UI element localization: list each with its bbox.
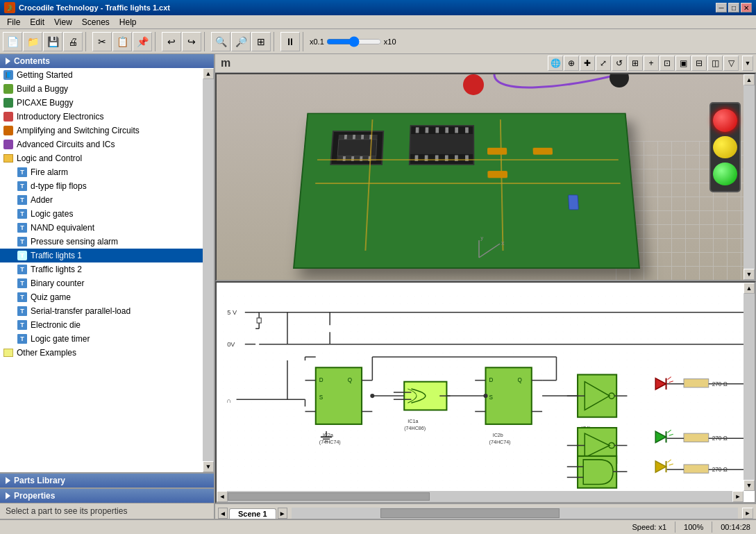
schematic-hscrollbar: ◄ ► bbox=[217, 491, 744, 502]
tree-item-nand[interactable]: T NAND equivalent bbox=[0, 221, 214, 235]
tree-item-traffic-1[interactable]: T Traffic lights 1 bbox=[0, 249, 214, 262]
redo-button[interactable]: ↪ bbox=[182, 32, 201, 51]
svg-text:Q: Q bbox=[348, 377, 352, 383]
new-button[interactable]: 📄 bbox=[3, 32, 22, 51]
right-panel: m 🌐 ⊕ ✚ ⤢ ↺ ⊞ + ⊡ ▣ ⊟ ◫ ▽ ▼ bbox=[215, 54, 756, 519]
zoom-out-button[interactable]: 🔎 bbox=[231, 32, 251, 51]
tree-item-electronic-die[interactable]: T Electronic die bbox=[0, 318, 214, 332]
menu-view[interactable]: View bbox=[50, 17, 76, 28]
tree-item-getting-started[interactable]: 📘 Getting Started bbox=[0, 68, 214, 82]
tree-item-amplifying[interactable]: Amplifying and Switching Circuits bbox=[0, 124, 214, 137]
tree-item-d-type[interactable]: T d-type flip flops bbox=[0, 179, 214, 193]
cut-button[interactable]: ✂ bbox=[92, 32, 112, 51]
fire-alarm-label: Fire alarm bbox=[31, 167, 68, 177]
tree-item-pressure[interactable]: T Pressure sensing alarm bbox=[0, 235, 214, 249]
tree-item-picaxe[interactable]: PICAXE Buggy bbox=[0, 96, 214, 110]
adder-icon: T bbox=[17, 194, 28, 206]
view-btn-4[interactable]: ⤢ bbox=[596, 56, 611, 71]
tree-item-advanced[interactable]: Advanced Circuits and ICs bbox=[0, 137, 214, 151]
traffic-2-label: Traffic lights 2 bbox=[31, 265, 82, 274]
tree-item-adder[interactable]: T Adder bbox=[0, 193, 214, 207]
undo-tools: ↩ ↪ bbox=[162, 32, 201, 51]
schematic-hthumb[interactable] bbox=[228, 492, 430, 501]
tree-area[interactable]: 📘 Getting Started Build a Buggy PICAXE B… bbox=[0, 68, 214, 472]
parts-library-header[interactable]: Parts Library bbox=[0, 474, 214, 487]
svg-rect-84 bbox=[684, 433, 709, 442]
copy-button[interactable]: 📋 bbox=[112, 32, 132, 51]
menu-file[interactable]: File bbox=[3, 17, 24, 28]
scene-next-btn[interactable]: ► bbox=[278, 508, 287, 519]
tree-item-binary[interactable]: T Binary counter bbox=[0, 276, 214, 290]
menu-edit[interactable]: Edit bbox=[26, 17, 49, 28]
scene-tab-1[interactable]: Scene 1 bbox=[229, 508, 276, 519]
3d-scroll-up[interactable]: ▲ bbox=[744, 74, 755, 85]
view-btn-3[interactable]: ✚ bbox=[580, 56, 595, 71]
svg-text:(74HC74): (74HC74) bbox=[489, 440, 511, 445]
view-btn-11[interactable]: ◫ bbox=[707, 56, 723, 71]
close-button[interactable]: ✕ bbox=[741, 3, 752, 12]
zoom-fit-button[interactable]: ⊞ bbox=[251, 32, 271, 51]
menu-scenes[interactable]: Scenes bbox=[78, 17, 114, 28]
view-btn-5[interactable]: ↺ bbox=[612, 56, 627, 71]
properties-status-text: Select a part to see its properties bbox=[6, 506, 127, 516]
minimize-button[interactable]: ─ bbox=[716, 3, 727, 12]
view-btn-7[interactable]: + bbox=[644, 56, 659, 71]
scroll-down-btn[interactable]: ▼ bbox=[203, 461, 214, 472]
3d-scroll-down[interactable]: ▼ bbox=[744, 269, 755, 280]
maximize-button[interactable]: □ bbox=[728, 3, 739, 12]
view-btn-1[interactable]: 🌐 bbox=[548, 56, 563, 71]
schematic-scroll-up[interactable]: ▲ bbox=[744, 283, 755, 294]
print-button[interactable]: 🖨 bbox=[63, 32, 83, 51]
status-right: Speed: x1 100% 00:14:28 bbox=[632, 522, 750, 533]
fire-alarm-icon: T bbox=[17, 167, 28, 178]
tree-item-logic-gates[interactable]: T Logic gates bbox=[0, 207, 214, 221]
save-button[interactable]: 💾 bbox=[43, 32, 62, 51]
open-button[interactable]: 📁 bbox=[23, 32, 42, 51]
svg-rect-80 bbox=[684, 379, 709, 387]
adder-label: Adder bbox=[31, 195, 53, 205]
view-btn-10[interactable]: ⊟ bbox=[691, 56, 707, 71]
view-btn-6[interactable]: ⊞ bbox=[628, 56, 643, 71]
view-btn-2[interactable]: ⊕ bbox=[564, 56, 579, 71]
schematic-scroll-right[interactable]: ► bbox=[732, 491, 744, 502]
pressure-icon: T bbox=[17, 236, 28, 247]
speed-slider[interactable] bbox=[326, 36, 382, 47]
tree-item-logic-control[interactable]: Logic and Control bbox=[0, 151, 214, 165]
view-toolbar: m 🌐 ⊕ ✚ ⤢ ↺ ⊞ + ⊡ ▣ ⊟ ◫ ▽ ▼ bbox=[215, 54, 756, 73]
window-title: Crocodile Technology - Traffic lights 1.… bbox=[19, 3, 170, 12]
tree-item-logic-timer[interactable]: T Logic gate timer bbox=[0, 332, 214, 346]
tree-item-fire-alarm[interactable]: T Fire alarm bbox=[0, 165, 214, 179]
paste-button[interactable]: 📌 bbox=[133, 32, 152, 51]
view-btn-9[interactable]: ▣ bbox=[675, 56, 691, 71]
properties-section: Properties bbox=[0, 487, 214, 503]
tree-item-quiz[interactable]: T Quiz game bbox=[0, 290, 214, 304]
tree-item-serial[interactable]: T Serial-transfer parallel-load bbox=[0, 304, 214, 318]
contents-header: Contents bbox=[0, 54, 214, 68]
schematic-scroll-down[interactable]: ▼ bbox=[744, 480, 755, 491]
pause-button[interactable]: ⏸ bbox=[280, 32, 300, 51]
svg-text:0V: 0V bbox=[227, 341, 235, 348]
properties-header[interactable]: Properties bbox=[0, 489, 214, 503]
scene-prev-btn[interactable]: ◄ bbox=[218, 508, 228, 519]
menu-help[interactable]: Help bbox=[115, 17, 141, 28]
tree-item-intro-elec[interactable]: Introductory Electronics bbox=[0, 110, 214, 124]
tree-item-other[interactable]: Other Examples bbox=[0, 346, 214, 360]
undo-button[interactable]: ↩ bbox=[162, 32, 181, 51]
left-status: Select a part to see its properties bbox=[0, 503, 214, 519]
tree-item-traffic-2[interactable]: T Traffic lights 2 bbox=[0, 262, 214, 276]
schematic-scroll-left[interactable]: ◄ bbox=[217, 491, 228, 502]
view-scroll-btn[interactable]: ▼ bbox=[742, 56, 753, 71]
zoom-in-button[interactable]: 🔍 bbox=[211, 32, 230, 51]
svg-rect-88 bbox=[684, 465, 709, 473]
tree-item-build-buggy[interactable]: Build a Buggy bbox=[0, 82, 214, 96]
svg-text:S: S bbox=[489, 394, 494, 401]
time-status: 00:14:28 bbox=[721, 523, 750, 531]
scroll-up-btn[interactable]: ▲ bbox=[203, 68, 214, 79]
view-btn-12[interactable]: ▽ bbox=[723, 56, 739, 71]
scene-tabs: ◄ Scene 1 ► ► bbox=[215, 503, 756, 519]
view-btn-8[interactable]: ⊡ bbox=[660, 56, 675, 71]
view-3d-scrollbar: ▲ ▼ bbox=[744, 74, 755, 280]
speed-max-label: x10 bbox=[384, 37, 396, 46]
bottom-hthumb[interactable] bbox=[380, 508, 559, 518]
bottom-scroll-right[interactable]: ► bbox=[742, 508, 753, 519]
